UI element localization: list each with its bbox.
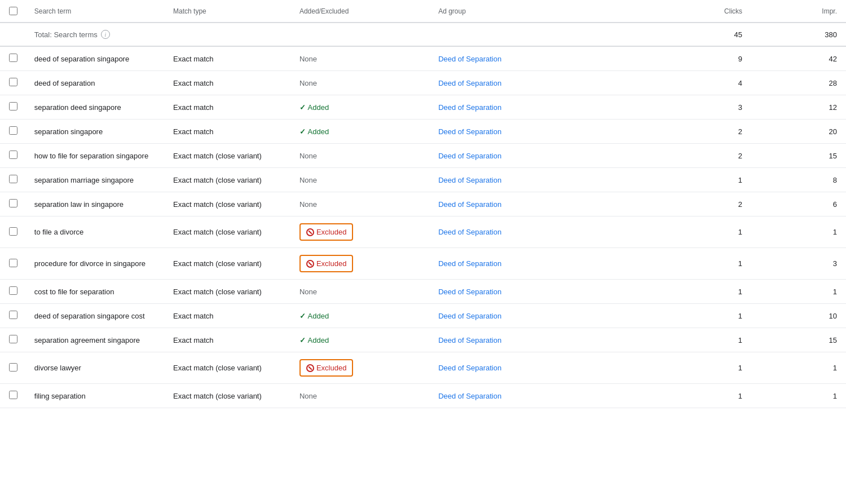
added-label: Added xyxy=(308,312,329,320)
row-clicks: 1 xyxy=(625,280,751,304)
ad-group-link[interactable]: Deed of Separation xyxy=(438,259,501,268)
table-row: separation marriage singaporeExact match… xyxy=(0,168,846,192)
table-row: separation law in singaporeExact match (… xyxy=(0,192,846,216)
info-icon[interactable]: i xyxy=(101,30,110,39)
none-badge: None xyxy=(299,392,317,400)
row-search-term: separation agreement singapore xyxy=(25,328,164,352)
excluded-badge: Excluded xyxy=(299,223,353,241)
header-clicks: Clicks xyxy=(625,0,751,23)
ad-group-link[interactable]: Deed of Separation xyxy=(438,176,501,184)
row-checkbox[interactable] xyxy=(9,259,17,267)
total-row-match-type xyxy=(164,23,290,46)
added-label: Added xyxy=(308,103,329,112)
row-checkbox[interactable] xyxy=(9,78,17,86)
row-added-excluded: None xyxy=(290,46,429,71)
row-ad-group: Deed of Separation xyxy=(429,248,625,280)
row-checkbox-cell xyxy=(0,168,25,192)
row-checkbox-cell xyxy=(0,304,25,328)
row-checkbox[interactable] xyxy=(9,199,17,207)
search-terms-table-container: Search term Match type Added/Excluded Ad… xyxy=(0,0,846,408)
row-impr: 1 xyxy=(751,352,846,384)
row-match-type: Exact match xyxy=(164,71,290,95)
row-ad-group: Deed of Separation xyxy=(429,71,625,95)
row-checkbox[interactable] xyxy=(9,151,17,159)
row-ad-group: Deed of Separation xyxy=(429,46,625,71)
ad-group-link[interactable]: Deed of Separation xyxy=(438,288,501,296)
row-impr: 42 xyxy=(751,46,846,71)
row-clicks: 1 xyxy=(625,328,751,352)
added-checkmark-icon: ✓ xyxy=(299,336,308,344)
excluded-icon xyxy=(306,260,314,268)
row-checkbox-cell xyxy=(0,280,25,304)
row-checkbox[interactable] xyxy=(9,54,17,62)
row-clicks: 2 xyxy=(625,192,751,216)
none-badge: None xyxy=(299,176,317,184)
row-checkbox[interactable] xyxy=(9,102,17,110)
header-ad-group: Ad group xyxy=(429,0,625,23)
row-added-excluded: None xyxy=(290,144,429,168)
row-checkbox[interactable] xyxy=(9,391,17,399)
row-clicks: 1 xyxy=(625,384,751,408)
row-ad-group: Deed of Separation xyxy=(429,192,625,216)
row-checkbox[interactable] xyxy=(9,126,17,135)
ad-group-link[interactable]: Deed of Separation xyxy=(438,312,501,320)
row-match-type: Exact match (close variant) xyxy=(164,168,290,192)
row-checkbox-cell xyxy=(0,120,25,144)
ad-group-link[interactable]: Deed of Separation xyxy=(438,364,501,372)
row-search-term: deed of separation singapore xyxy=(25,46,164,71)
row-checkbox-cell xyxy=(0,46,25,71)
row-search-term: separation law in singapore xyxy=(25,192,164,216)
row-added-excluded: Excluded xyxy=(290,352,429,384)
ad-group-link[interactable]: Deed of Separation xyxy=(438,200,501,209)
row-added-excluded: None xyxy=(290,168,429,192)
excluded-icon xyxy=(306,364,314,372)
row-impr: 1 xyxy=(751,216,846,248)
row-checkbox[interactable] xyxy=(9,335,17,343)
total-row: Total: Search terms i 45 380 xyxy=(0,23,846,46)
total-row-clicks: 45 xyxy=(625,23,751,46)
ad-group-link[interactable]: Deed of Separation xyxy=(438,228,501,236)
added-label: Added xyxy=(308,336,329,344)
row-checkbox-cell xyxy=(0,95,25,120)
ad-group-link[interactable]: Deed of Separation xyxy=(438,79,501,87)
ad-group-link[interactable]: Deed of Separation xyxy=(438,103,501,112)
ad-group-link[interactable]: Deed of Separation xyxy=(438,55,501,63)
none-badge: None xyxy=(299,200,317,209)
row-ad-group: Deed of Separation xyxy=(429,304,625,328)
table-row: to file a divorceExact match (close vari… xyxy=(0,216,846,248)
row-checkbox-cell xyxy=(0,144,25,168)
select-all-checkbox[interactable] xyxy=(9,7,17,15)
added-checkmark-icon: ✓ xyxy=(299,312,308,320)
header-search-term: Search term xyxy=(25,0,164,23)
row-checkbox[interactable] xyxy=(9,175,17,183)
header-impr: Impr. xyxy=(751,0,846,23)
row-clicks: 3 xyxy=(625,95,751,120)
row-ad-group: Deed of Separation xyxy=(429,384,625,408)
row-checkbox[interactable] xyxy=(9,311,17,319)
row-checkbox[interactable] xyxy=(9,363,17,372)
row-added-excluded: Excluded xyxy=(290,248,429,280)
row-checkbox[interactable] xyxy=(9,227,17,236)
row-impr: 20 xyxy=(751,120,846,144)
row-clicks: 1 xyxy=(625,304,751,328)
table-row: deed of separation singapore costExact m… xyxy=(0,304,846,328)
none-badge: None xyxy=(299,79,317,87)
row-checkbox-cell xyxy=(0,192,25,216)
row-impr: 28 xyxy=(751,71,846,95)
ad-group-link[interactable]: Deed of Separation xyxy=(438,392,501,400)
row-checkbox[interactable] xyxy=(9,286,17,295)
row-ad-group: Deed of Separation xyxy=(429,95,625,120)
row-checkbox-cell xyxy=(0,384,25,408)
ad-group-link[interactable]: Deed of Separation xyxy=(438,127,501,136)
added-badge: ✓ Added xyxy=(299,312,329,320)
row-match-type: Exact match (close variant) xyxy=(164,280,290,304)
none-badge: None xyxy=(299,55,317,63)
excluded-badge: Excluded xyxy=(299,255,353,272)
added-badge: ✓ Added xyxy=(299,127,329,136)
ad-group-link[interactable]: Deed of Separation xyxy=(438,152,501,160)
excluded-label: Excluded xyxy=(316,228,346,236)
total-row-impr: 380 xyxy=(751,23,846,46)
added-checkmark-icon: ✓ xyxy=(299,103,308,112)
table-row: filing separationExact match (close vari… xyxy=(0,384,846,408)
ad-group-link[interactable]: Deed of Separation xyxy=(438,336,501,344)
